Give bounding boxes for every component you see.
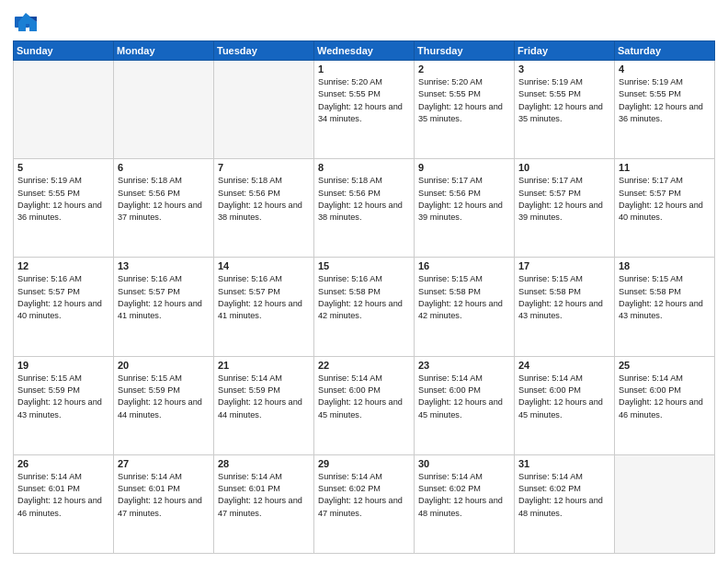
day-number: 9 (418, 162, 510, 173)
day-info: Sunrise: 5:17 AMSunset: 5:57 PMDaylight:… (518, 175, 610, 224)
day-number: 18 (619, 260, 711, 271)
day-info: Sunrise: 5:15 AMSunset: 5:58 PMDaylight:… (418, 273, 510, 322)
day-number: 13 (118, 260, 210, 271)
day-info: Sunrise: 5:14 AMSunset: 6:01 PMDaylight:… (218, 471, 310, 520)
day-info: Sunrise: 5:19 AMSunset: 5:55 PMDaylight:… (17, 175, 109, 224)
day-info: Sunrise: 5:14 AMSunset: 6:01 PMDaylight:… (17, 471, 109, 520)
day-number: 11 (619, 162, 711, 173)
day-info: Sunrise: 5:17 AMSunset: 5:56 PMDaylight:… (418, 175, 510, 224)
calendar-day-cell: 7Sunrise: 5:18 AMSunset: 5:56 PMDaylight… (214, 159, 314, 258)
day-info: Sunrise: 5:19 AMSunset: 5:55 PMDaylight:… (619, 76, 711, 125)
day-number: 19 (17, 360, 109, 371)
calendar-week-row: 12Sunrise: 5:16 AMSunset: 5:57 PMDayligh… (14, 258, 715, 356)
calendar-day-cell: 3Sunrise: 5:19 AMSunset: 5:55 PMDaylight… (515, 61, 615, 159)
day-number: 15 (318, 260, 410, 271)
calendar-day-cell: 2Sunrise: 5:20 AMSunset: 5:55 PMDaylight… (415, 61, 515, 159)
calendar-day-cell: 20Sunrise: 5:15 AMSunset: 5:59 PMDayligh… (114, 356, 214, 454)
logo-icon (13, 9, 39, 35)
calendar-header-row: SundayMondayTuesdayWednesdayThursdayFrid… (14, 41, 715, 61)
day-number: 17 (518, 260, 610, 271)
day-info: Sunrise: 5:18 AMSunset: 5:56 PMDaylight:… (118, 175, 210, 224)
page: SundayMondayTuesdayWednesdayThursdayFrid… (0, 0, 728, 563)
day-info: Sunrise: 5:14 AMSunset: 6:00 PMDaylight:… (619, 373, 711, 421)
day-info: Sunrise: 5:14 AMSunset: 6:00 PMDaylight:… (318, 373, 410, 421)
calendar-day-cell: 24Sunrise: 5:14 AMSunset: 6:00 PMDayligh… (515, 356, 615, 454)
day-info: Sunrise: 5:14 AMSunset: 6:01 PMDaylight:… (118, 471, 210, 520)
calendar-day-cell: 12Sunrise: 5:16 AMSunset: 5:57 PMDayligh… (14, 258, 114, 356)
day-number: 10 (518, 162, 610, 173)
calendar-table: SundayMondayTuesdayWednesdayThursdayFrid… (13, 40, 715, 554)
calendar-day-cell: 30Sunrise: 5:14 AMSunset: 6:02 PMDayligh… (415, 454, 515, 553)
calendar-week-row: 19Sunrise: 5:15 AMSunset: 5:59 PMDayligh… (14, 356, 715, 454)
weekday-header: Sunday (14, 41, 114, 61)
calendar-day-cell: 6Sunrise: 5:18 AMSunset: 5:56 PMDaylight… (114, 159, 214, 258)
day-info: Sunrise: 5:17 AMSunset: 5:57 PMDaylight:… (619, 175, 711, 224)
day-number: 31 (518, 458, 610, 469)
calendar-day-cell: 25Sunrise: 5:14 AMSunset: 6:00 PMDayligh… (615, 356, 715, 454)
day-number: 7 (218, 162, 310, 173)
day-number: 27 (118, 458, 210, 469)
weekday-header: Saturday (615, 41, 715, 61)
calendar-day-cell: 1Sunrise: 5:20 AMSunset: 5:55 PMDaylight… (314, 61, 415, 159)
day-number: 28 (218, 458, 310, 469)
day-number: 25 (619, 360, 711, 371)
day-info: Sunrise: 5:14 AMSunset: 6:02 PMDaylight:… (418, 471, 510, 520)
svg-marker-1 (18, 13, 37, 31)
weekday-header: Thursday (415, 41, 515, 61)
day-number: 16 (418, 260, 510, 271)
day-info: Sunrise: 5:16 AMSunset: 5:57 PMDaylight:… (118, 273, 210, 322)
calendar-day-cell: 22Sunrise: 5:14 AMSunset: 6:00 PMDayligh… (314, 356, 415, 454)
day-number: 2 (418, 63, 510, 75)
day-number: 23 (418, 360, 510, 371)
calendar-week-row: 5Sunrise: 5:19 AMSunset: 5:55 PMDaylight… (14, 159, 715, 258)
day-number: 1 (318, 63, 410, 75)
calendar-day-cell: 8Sunrise: 5:18 AMSunset: 5:56 PMDaylight… (314, 159, 415, 258)
day-info: Sunrise: 5:14 AMSunset: 5:59 PMDaylight:… (218, 373, 310, 421)
day-number: 29 (318, 458, 410, 469)
calendar-day-cell: 17Sunrise: 5:15 AMSunset: 5:58 PMDayligh… (515, 258, 615, 356)
day-info: Sunrise: 5:15 AMSunset: 5:58 PMDaylight:… (619, 273, 711, 322)
day-number: 24 (518, 360, 610, 371)
day-number: 22 (318, 360, 410, 371)
day-number: 6 (118, 162, 210, 173)
calendar-day-cell: 27Sunrise: 5:14 AMSunset: 6:01 PMDayligh… (114, 454, 214, 553)
calendar-day-cell (214, 61, 314, 159)
day-number: 4 (619, 63, 711, 75)
calendar-day-cell: 31Sunrise: 5:14 AMSunset: 6:02 PMDayligh… (515, 454, 615, 553)
calendar-day-cell: 5Sunrise: 5:19 AMSunset: 5:55 PMDaylight… (14, 159, 114, 258)
day-number: 5 (17, 162, 109, 173)
calendar-day-cell: 4Sunrise: 5:19 AMSunset: 5:55 PMDaylight… (615, 61, 715, 159)
day-number: 3 (518, 63, 610, 75)
day-info: Sunrise: 5:14 AMSunset: 6:00 PMDaylight:… (418, 373, 510, 421)
weekday-header: Wednesday (314, 41, 415, 61)
weekday-header: Friday (515, 41, 615, 61)
day-info: Sunrise: 5:16 AMSunset: 5:57 PMDaylight:… (218, 273, 310, 322)
day-number: 26 (17, 458, 109, 469)
calendar-day-cell: 26Sunrise: 5:14 AMSunset: 6:01 PMDayligh… (14, 454, 114, 553)
day-number: 14 (218, 260, 310, 271)
calendar-day-cell: 13Sunrise: 5:16 AMSunset: 5:57 PMDayligh… (114, 258, 214, 356)
day-info: Sunrise: 5:20 AMSunset: 5:55 PMDaylight:… (418, 76, 510, 125)
day-info: Sunrise: 5:19 AMSunset: 5:55 PMDaylight:… (518, 76, 610, 125)
calendar-day-cell: 11Sunrise: 5:17 AMSunset: 5:57 PMDayligh… (615, 159, 715, 258)
day-info: Sunrise: 5:18 AMSunset: 5:56 PMDaylight:… (318, 175, 410, 224)
calendar-day-cell: 14Sunrise: 5:16 AMSunset: 5:57 PMDayligh… (214, 258, 314, 356)
logo (13, 9, 42, 35)
calendar-day-cell: 28Sunrise: 5:14 AMSunset: 6:01 PMDayligh… (214, 454, 314, 553)
day-number: 12 (17, 260, 109, 271)
calendar-week-row: 26Sunrise: 5:14 AMSunset: 6:01 PMDayligh… (14, 454, 715, 553)
calendar-day-cell (615, 454, 715, 553)
calendar-day-cell (114, 61, 214, 159)
day-number: 21 (218, 360, 310, 371)
day-number: 20 (118, 360, 210, 371)
calendar-day-cell: 9Sunrise: 5:17 AMSunset: 5:56 PMDaylight… (415, 159, 515, 258)
weekday-header: Monday (114, 41, 214, 61)
day-info: Sunrise: 5:14 AMSunset: 6:02 PMDaylight:… (318, 471, 410, 520)
day-number: 30 (418, 458, 510, 469)
calendar-day-cell: 15Sunrise: 5:16 AMSunset: 5:58 PMDayligh… (314, 258, 415, 356)
calendar-week-row: 1Sunrise: 5:20 AMSunset: 5:55 PMDaylight… (14, 61, 715, 159)
calendar-day-cell: 19Sunrise: 5:15 AMSunset: 5:59 PMDayligh… (14, 356, 114, 454)
day-info: Sunrise: 5:15 AMSunset: 5:59 PMDaylight:… (17, 373, 109, 421)
day-info: Sunrise: 5:15 AMSunset: 5:59 PMDaylight:… (118, 373, 210, 421)
calendar-day-cell: 29Sunrise: 5:14 AMSunset: 6:02 PMDayligh… (314, 454, 415, 553)
